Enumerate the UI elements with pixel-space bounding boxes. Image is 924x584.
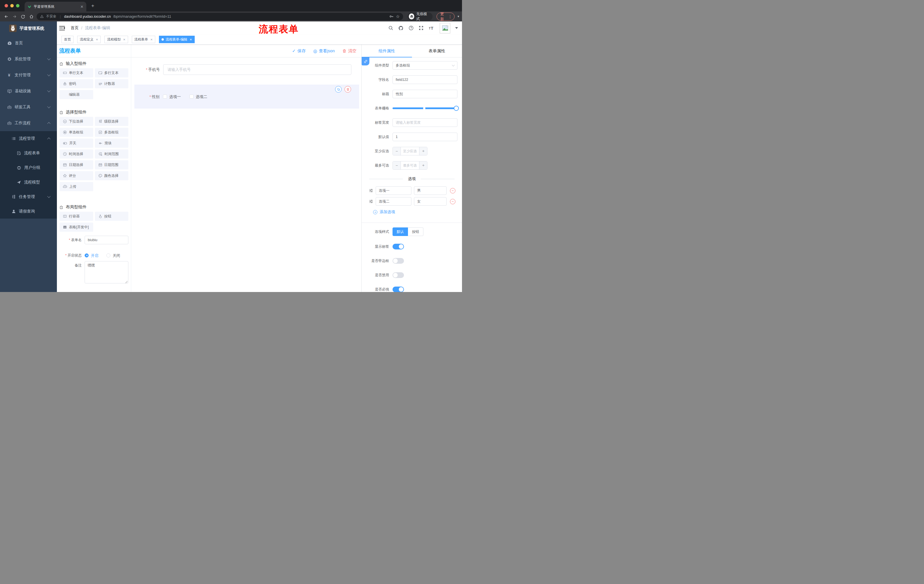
- form-name-input[interactable]: [85, 236, 129, 244]
- sidebar-item-process-management[interactable]: 流程管理: [0, 131, 57, 146]
- with-border-toggle[interactable]: [393, 258, 404, 264]
- phone-input[interactable]: [163, 64, 351, 75]
- gender-option2-checkbox[interactable]: [190, 95, 193, 99]
- sidebar-item-home[interactable]: 首页: [0, 35, 57, 51]
- disabled-toggle[interactable]: [393, 272, 404, 278]
- gender-option1-label[interactable]: 选项一: [169, 95, 181, 99]
- slider-handle[interactable]: [454, 106, 459, 111]
- home-button[interactable]: [28, 14, 35, 19]
- sidebar-item-infrastructure[interactable]: 基础设施: [0, 83, 57, 99]
- fullscreen-icon[interactable]: [419, 25, 424, 31]
- search-icon[interactable]: [388, 25, 393, 31]
- duplicate-component-button[interactable]: [335, 86, 342, 92]
- clear-button[interactable]: 清空: [342, 48, 356, 54]
- option1-value-input[interactable]: [414, 186, 447, 195]
- component-time-picker[interactable]: 时间选择: [59, 150, 93, 159]
- delete-component-button[interactable]: [345, 86, 351, 92]
- tag-process-form[interactable]: 流程表单✕: [132, 36, 155, 43]
- canvas-field-gender-selected[interactable]: *性别 选项一选项二: [134, 85, 359, 109]
- component-upload[interactable]: 上传: [59, 182, 93, 191]
- sidebar-item-payment[interactable]: 支付管理: [0, 67, 57, 83]
- tag-home[interactable]: 首页: [61, 36, 73, 43]
- breadcrumb-home[interactable]: 首页: [71, 25, 79, 31]
- style-button-button[interactable]: 按钮: [408, 227, 423, 236]
- tab-component-properties[interactable]: 组件属性: [361, 44, 412, 57]
- component-password[interactable]: 密码: [59, 79, 93, 88]
- status-on-label[interactable]: 开启: [91, 253, 98, 258]
- data-binding-chain-button[interactable]: [361, 58, 370, 66]
- remove-option-button[interactable]: −: [450, 188, 455, 193]
- label-width-input[interactable]: [393, 118, 457, 127]
- status-off-radio[interactable]: [106, 253, 111, 257]
- tag-close-icon[interactable]: ✕: [123, 38, 125, 41]
- component-button[interactable]: 按钮: [95, 212, 129, 221]
- traffic-light-zoom[interactable]: [16, 4, 20, 7]
- component-cascader[interactable]: 级联选择: [95, 117, 129, 126]
- status-off-label[interactable]: 关闭: [113, 253, 120, 258]
- sidebar-item-devtools[interactable]: 研发工具: [0, 99, 57, 115]
- component-dropdown-select[interactable]: 下拉选择: [59, 117, 93, 126]
- tag-close-icon[interactable]: ✕: [150, 38, 153, 41]
- component-date-range[interactable]: 日期范围: [95, 160, 129, 169]
- component-type-select[interactable]: 多选框组: [393, 61, 457, 70]
- show-label-toggle[interactable]: [393, 244, 404, 249]
- bookmark-star-icon[interactable]: ☆: [396, 14, 400, 19]
- password-key-icon[interactable]: [389, 14, 394, 18]
- remark-textarea[interactable]: 嘿嘿: [85, 261, 129, 283]
- app-logo[interactable]: 芋道管理系统: [0, 21, 57, 35]
- canvas-field-phone[interactable]: *手机号: [135, 64, 361, 75]
- option1-label-input[interactable]: [376, 186, 411, 195]
- traffic-light-close[interactable]: [5, 4, 8, 7]
- min-select-placeholder[interactable]: 至少应选: [401, 147, 419, 155]
- component-radio-group[interactable]: 单选框组: [59, 128, 93, 137]
- browser-menu-dots-icon[interactable]: ⋮: [448, 14, 452, 19]
- component-rate[interactable]: 评分: [59, 171, 93, 180]
- github-icon[interactable]: [398, 25, 404, 31]
- font-size-icon[interactable]: [429, 26, 435, 30]
- user-avatar[interactable]: [440, 23, 450, 33]
- sidebar-item-system[interactable]: 系统管理: [0, 51, 57, 67]
- style-default-button[interactable]: 默认: [393, 227, 408, 236]
- option2-value-input[interactable]: [414, 197, 447, 206]
- status-on-radio[interactable]: [85, 253, 89, 257]
- forward-button[interactable]: [12, 14, 18, 19]
- help-icon[interactable]: [409, 25, 414, 31]
- component-editor[interactable]: 编辑器: [59, 90, 93, 99]
- component-checkbox-group[interactable]: 多选框组: [95, 128, 129, 137]
- tab-form-properties[interactable]: 表单属性: [412, 44, 462, 57]
- required-toggle[interactable]: [393, 286, 404, 292]
- component-date-picker[interactable]: 日期选择: [59, 160, 93, 169]
- sidebar-item-process-form[interactable]: 流程表单: [0, 146, 57, 160]
- component-single-line-text[interactable]: 单行文本: [59, 68, 93, 77]
- browser-tab[interactable]: 芋道管理系统 ✕: [25, 2, 86, 12]
- address-bar[interactable]: 不安全 | dashboard.yudao.iocoder.cn/bpm/man…: [36, 13, 403, 20]
- stepper-decrease-button[interactable]: −: [393, 161, 401, 169]
- view-json-button[interactable]: ◎查看json: [313, 48, 335, 54]
- sidebar-item-user-group[interactable]: 用户分组: [0, 160, 57, 175]
- drag-handle-icon[interactable]: [369, 188, 373, 193]
- tag-close-icon[interactable]: ✕: [190, 38, 192, 41]
- tag-process-form-edit-active[interactable]: 流程表单-编辑✕: [159, 36, 195, 43]
- browser-update-button[interactable]: 更新 ⋮: [437, 13, 455, 21]
- gender-option2-label[interactable]: 选项二: [196, 95, 208, 99]
- component-counter[interactable]: 计数器: [95, 79, 129, 88]
- sidebar-item-workflow[interactable]: 工作流程: [0, 115, 57, 131]
- reload-button[interactable]: [20, 14, 26, 19]
- tag-close-icon[interactable]: ✕: [96, 38, 98, 41]
- sidebar-item-process-model[interactable]: 流程模型: [0, 175, 57, 189]
- stepper-increase-button[interactable]: ＋: [419, 161, 427, 169]
- default-value-input[interactable]: [393, 133, 457, 141]
- profile-caret-icon[interactable]: ▾: [457, 15, 459, 18]
- stepper-increase-button[interactable]: ＋: [419, 147, 427, 155]
- sidebar-item-task-management[interactable]: 任务管理: [0, 189, 57, 204]
- avatar-caret-icon[interactable]: [455, 27, 458, 29]
- max-select-placeholder[interactable]: 最多可选: [401, 161, 419, 169]
- form-grid-slider[interactable]: [393, 104, 457, 113]
- gender-option1-checkbox[interactable]: [163, 95, 167, 99]
- component-row-container[interactable]: 行容器: [59, 212, 93, 221]
- field-name-input[interactable]: [393, 76, 457, 84]
- option2-label-input[interactable]: [376, 197, 411, 206]
- component-table-dev[interactable]: 表格[开发中]: [59, 222, 93, 232]
- stepper-decrease-button[interactable]: −: [393, 147, 401, 155]
- back-button[interactable]: [3, 14, 10, 19]
